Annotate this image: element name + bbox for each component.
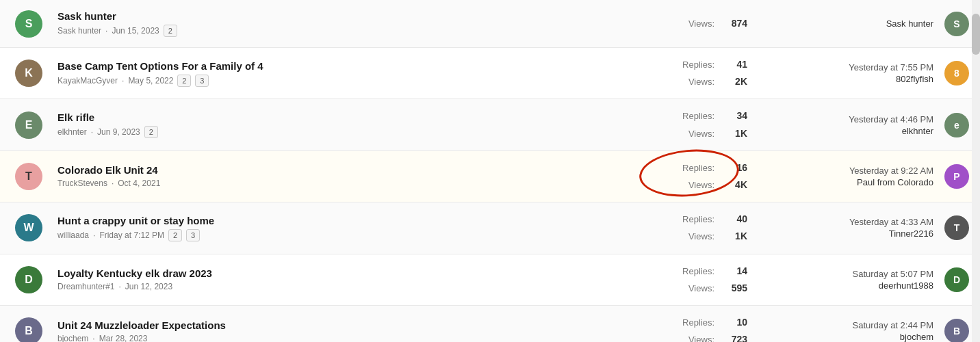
views-label: Views: [688,228,714,244]
meta-user[interactable]: Dreamhunter#1 [57,282,114,291]
thread-row[interactable]: KBase Camp Tent Options For a Family of … [0,48,980,99]
last-post-time: Yesterday at 7:55 PM [761,62,933,73]
avatar: S [15,10,42,38]
views-row: Views:1K [652,125,747,142]
page-badge[interactable]: 3 [195,75,209,87]
replies-row: Replies:34 [652,107,747,124]
meta-date: Mar 28, 2023 [99,334,148,342]
views-value: 595 [720,280,747,297]
stats-col: Replies:34Views:1K [652,107,761,142]
avatar: T [15,163,42,190]
avatar: W [15,214,42,241]
last-post-user[interactable]: deerhunt1988 [761,280,933,291]
stats-col: Views:874 [652,15,761,32]
meta-separator: · [105,26,107,36]
meta-date: Friday at 7:12 PM [99,231,164,240]
thread-title[interactable]: Base Camp Tent Options For a Family of 4 [57,60,641,72]
views-label: Views: [688,74,714,90]
scrollbar-thumb[interactable] [972,14,980,55]
thread-content: Sask hunterSask hunter·Jun 15, 20232 [47,10,652,37]
last-post-col: Yesterday at 4:46 PMelkhnter [761,114,939,136]
views-row: Views:874 [652,15,747,32]
replies-row: Replies:40 [652,211,747,228]
views-label: Views: [688,280,714,296]
avatar-col: K [11,60,47,87]
views-value: 4K [720,176,747,194]
page-badge[interactable]: 3 [186,229,200,241]
last-avatar-col: S [939,12,969,36]
page-badge[interactable]: 2 [177,75,191,87]
thread-row[interactable]: EElk rifleelkhnter·Jun 9, 20232Replies:3… [0,99,980,150]
thread-title[interactable]: Unit 24 Muzzleloader Expectations [57,319,641,331]
avatar-col: T [11,163,47,190]
thread-content: Colorado Elk Unit 24TruckStevens·Oct 4, … [47,164,652,188]
last-post-user[interactable]: Sask hunter [761,18,933,29]
thread-meta: Dreamhunter#1·Jun 12, 2023 [57,282,641,291]
meta-separator: · [122,76,124,86]
replies-label: Replies: [682,108,714,124]
last-post-user[interactable]: elkhnter [761,126,933,136]
page-badge[interactable]: 2 [164,25,177,37]
last-post-user[interactable]: bjochem [761,332,933,342]
avatar: E [15,111,42,139]
thread-content: Hunt a crappy unit or stay homewilliaada… [47,215,652,241]
meta-user[interactable]: bjochem [57,334,88,342]
views-label: Views: [688,332,714,342]
thread-title[interactable]: Colorado Elk Unit 24 [57,164,641,176]
thread-row[interactable]: DLoyalty Kentucky elk draw 2023Dreamhunt… [0,254,980,306]
thread-title[interactable]: Hunt a crappy unit or stay home [57,215,641,226]
page-badge[interactable]: 2 [144,126,158,138]
last-avatar[interactable]: e [944,113,969,137]
last-post-col: Yesterday at 4:33 AMTinner2216 [761,217,939,239]
replies-label: Replies: [682,263,714,279]
replies-row: Replies:14 [652,263,747,280]
avatar-col: W [11,214,47,241]
meta-user[interactable]: williaada [57,231,89,240]
thread-content: Base Camp Tent Options For a Family of 4… [47,60,652,87]
views-value: 874 [720,15,747,32]
last-avatar[interactable]: D [944,267,969,292]
last-avatar[interactable]: S [944,12,969,36]
meta-separator: · [93,231,95,240]
views-value: 1K [720,228,747,245]
last-post-user[interactable]: Paul from Colorado [761,177,933,187]
thread-title[interactable]: Loyalty Kentucky elk draw 2023 [57,267,641,279]
last-avatar[interactable]: T [944,215,969,240]
meta-user[interactable]: TruckStevens [57,179,107,188]
thread-row[interactable]: SSask hunterSask hunter·Jun 15, 20232Vie… [0,0,980,48]
thread-meta: elkhnter·Jun 9, 20232 [57,126,641,138]
meta-date: Jun 15, 2023 [112,26,159,36]
views-label: Views: [688,177,714,193]
thread-title[interactable]: Elk rifle [57,111,641,123]
last-post-time: Yesterday at 4:33 AM [761,217,933,227]
views-value: 1K [720,125,747,142]
page-badge[interactable]: 2 [168,229,182,241]
thread-row[interactable]: BUnit 24 Muzzleloader Expectationsbjoche… [0,306,980,342]
thread-content: Loyalty Kentucky elk draw 2023Dreamhunte… [47,267,652,291]
replies-row: Replies:10 [652,314,747,331]
avatar: K [15,60,42,87]
last-post-user[interactable]: 802flyfish [761,74,933,84]
meta-user[interactable]: elkhnter [57,127,87,137]
thread-row[interactable]: TColorado Elk Unit 24TruckStevens·Oct 4,… [0,151,980,202]
last-avatar[interactable]: P [944,164,969,189]
replies-row: Replies:41 [652,56,747,73]
stats-col: Replies:14Views:595 [652,263,761,297]
thread-title[interactable]: Sask hunter [57,10,641,22]
views-row: Views:4K [652,176,747,194]
thread-meta: TruckStevens·Oct 4, 2021 [57,179,641,188]
thread-content: Elk rifleelkhnter·Jun 9, 20232 [47,111,652,138]
meta-date: Jun 9, 2023 [97,127,140,137]
scrollbar-track[interactable] [972,0,980,342]
meta-user[interactable]: KayakMacGyver [57,76,118,86]
last-post-col: Yesterday at 7:55 PM802flyfish [761,62,939,84]
last-avatar[interactable]: B [944,319,969,342]
last-post-user[interactable]: Tinner2216 [761,228,933,239]
last-avatar-col: B [939,319,969,342]
meta-user[interactable]: Sask hunter [57,26,101,36]
views-row: Views:723 [652,331,747,342]
avatar: B [15,317,42,342]
thread-row[interactable]: WHunt a crappy unit or stay homewilliaad… [0,202,980,254]
last-avatar[interactable]: 8 [944,61,969,86]
stats-col: Replies:16Views:4K [652,159,761,194]
